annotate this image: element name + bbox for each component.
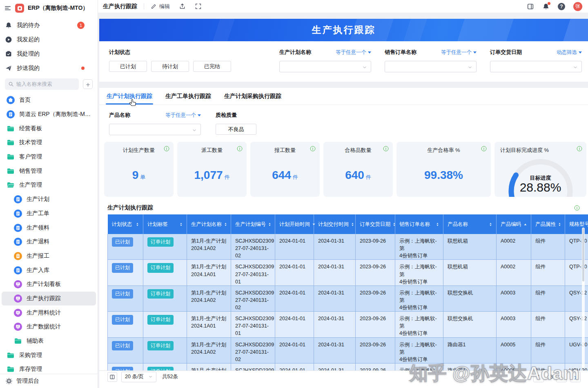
plan-status-option[interactable]: 已计划 bbox=[109, 61, 147, 72]
bell-icon[interactable] bbox=[542, 3, 550, 10]
info-icon[interactable] bbox=[481, 146, 487, 152]
sidebar-item[interactable]: 生产执行跟踪 bbox=[2, 292, 96, 306]
table-row[interactable]: 已计划订单计划第1月-生产计划 2024.1A02SCJHXSDD2309 27… bbox=[108, 337, 588, 363]
column-header[interactable]: 产品名称 bbox=[443, 214, 497, 234]
sidebar-item-admin[interactable]: 管理后台 bbox=[0, 374, 98, 388]
sort-asc-icon[interactable] bbox=[523, 222, 528, 227]
sort-icon[interactable] bbox=[350, 222, 355, 227]
table-row[interactable]: 已计划订单计划第1月-生产计划 2024.1A02SCJHXSDD2309 27… bbox=[108, 234, 588, 260]
table-scrollbar[interactable] bbox=[582, 227, 585, 368]
column-header[interactable]: 产品编码 bbox=[497, 214, 531, 234]
sort-icon[interactable] bbox=[435, 222, 440, 227]
sidebar-item[interactable]: 库存管理 bbox=[2, 362, 96, 372]
page-input[interactable] bbox=[533, 372, 544, 382]
sidebar-item[interactable]: 生产报工 bbox=[2, 249, 96, 263]
tag-badge: 订单计划 bbox=[147, 237, 174, 247]
column-header[interactable]: 生产计划名称 bbox=[187, 214, 231, 234]
operator-link[interactable]: 动态筛选 bbox=[557, 49, 582, 56]
tab-1[interactable]: 生产工单执行跟踪 bbox=[165, 88, 211, 105]
sidebar-quick-item[interactable]: 我的待办1 bbox=[0, 18, 98, 32]
table-row[interactable]: 已计划订单计划第1月-生产计划 2024.1A01SCJHXSDD2309 27… bbox=[108, 260, 588, 285]
hamburger-menu-icon[interactable] bbox=[4, 4, 11, 12]
share-icon[interactable] bbox=[179, 3, 186, 10]
doc-icon bbox=[14, 195, 22, 203]
sidebar-item[interactable]: 技术管理 bbox=[2, 136, 96, 150]
sort-icon[interactable] bbox=[488, 222, 493, 227]
operator-link[interactable]: 等于任意一个 bbox=[336, 49, 371, 56]
plan-status-option[interactable]: 待计划 bbox=[151, 61, 189, 72]
column-header[interactable]: 订单交货日期 bbox=[356, 214, 395, 234]
operator-link[interactable]: 等于任意一个 bbox=[441, 49, 477, 56]
info-icon[interactable] bbox=[310, 146, 316, 152]
avatar[interactable]: 张 bbox=[573, 2, 582, 11]
sidebar-item[interactable]: 首页 bbox=[2, 93, 96, 107]
tab-0[interactable]: 生产计划执行跟踪 bbox=[107, 88, 152, 105]
product-name-select[interactable] bbox=[109, 124, 201, 135]
prev-page-button[interactable] bbox=[556, 372, 567, 382]
search-input[interactable] bbox=[16, 81, 76, 87]
table-row[interactable]: 已计划订单计划第1月-生产计划 2024.1A01SCJHXSDD2309 27… bbox=[108, 363, 588, 370]
info-icon[interactable] bbox=[237, 146, 243, 152]
cell-deliver: 2023-09-26 bbox=[356, 337, 395, 363]
sidebar-item[interactable]: 经营看板 bbox=[2, 121, 96, 136]
sidebar-item[interactable]: 生产计划 bbox=[2, 192, 96, 207]
sort-icon[interactable] bbox=[392, 222, 396, 227]
sidebar-item[interactable]: 销售管理 bbox=[2, 164, 96, 178]
sort-icon[interactable] bbox=[557, 222, 562, 227]
plan-name-select[interactable] bbox=[279, 61, 371, 72]
info-icon[interactable] bbox=[383, 146, 389, 152]
next-page-button[interactable] bbox=[570, 372, 581, 382]
column-header[interactable]: 计划标签 bbox=[143, 214, 187, 234]
column-header[interactable]: 销售订单名称 bbox=[395, 214, 443, 234]
contacts-panel-icon[interactable] bbox=[527, 3, 534, 10]
tab-2[interactable]: 生产计划采购执行跟踪 bbox=[224, 88, 281, 105]
table-row[interactable]: 已计划订单计划第1月-生产计划 2024.1A01SCJHXSDD2309 27… bbox=[108, 312, 588, 337]
sidebar-item[interactable]: 生产管理 bbox=[2, 178, 96, 192]
sidebar-item[interactable]: 生产用料统计 bbox=[2, 305, 96, 320]
fullscreen-icon[interactable] bbox=[195, 3, 202, 10]
column-settings-button[interactable] bbox=[107, 372, 117, 382]
sidebar-quick-item[interactable]: 我发起的 bbox=[0, 32, 98, 47]
column-header[interactable]: 生产计划编号 bbox=[231, 214, 275, 234]
sidebar-item[interactable]: 生产工单 bbox=[2, 207, 96, 221]
sort-icon[interactable] bbox=[267, 222, 272, 227]
page-size-select[interactable]: 20 条/页 bbox=[121, 372, 156, 382]
app-logo-icon[interactable] bbox=[15, 4, 24, 13]
info-icon[interactable] bbox=[164, 146, 169, 152]
sidebar-item[interactable]: 生产计划看板 bbox=[2, 277, 96, 292]
edit-button[interactable]: 编辑 bbox=[151, 3, 170, 10]
stat-value: 9单 bbox=[104, 169, 174, 182]
sort-icon[interactable] bbox=[223, 222, 228, 227]
sidebar-item[interactable]: 采购管理 bbox=[2, 348, 96, 362]
column-header[interactable]: 计划状态 bbox=[108, 214, 143, 234]
help-icon[interactable]: ? bbox=[558, 3, 565, 10]
sidebar-quick-item[interactable]: 抄送我的 bbox=[0, 61, 98, 75]
column-header[interactable]: 计划交付时间 bbox=[314, 214, 356, 234]
sidebar-item[interactable]: 生产领料 bbox=[2, 221, 96, 235]
quality-option[interactable]: 不良品 bbox=[216, 124, 256, 135]
sidebar-item[interactable]: 生产数据统计 bbox=[2, 320, 96, 334]
filter-panel: 生产执行跟踪 计划状态 已计划待计划已完结 生产计划名称 等于任意一个 bbox=[99, 19, 588, 82]
sidebar-quick-item[interactable]: 我处理的 bbox=[0, 47, 98, 61]
sidebar-item[interactable]: 生产退料 bbox=[2, 235, 96, 249]
sort-icon[interactable] bbox=[135, 222, 140, 227]
order-name-select[interactable] bbox=[385, 61, 477, 72]
search-box[interactable] bbox=[5, 78, 79, 90]
cell-deliver: 2023-09-26 bbox=[356, 363, 395, 370]
info-icon[interactable] bbox=[574, 205, 580, 211]
column-header[interactable]: 产品属性 bbox=[531, 214, 565, 234]
sidebar-item[interactable]: 生产入库 bbox=[2, 263, 96, 277]
sort-desc-icon[interactable] bbox=[312, 222, 316, 227]
column-header[interactable]: 计划开始时间 bbox=[275, 214, 314, 234]
plan-status-option[interactable]: 已完结 bbox=[193, 61, 231, 72]
cell-no: SCJHXSDD2309 27-07-240131-02 bbox=[231, 285, 275, 311]
sort-icon[interactable] bbox=[179, 222, 183, 227]
sidebar-item[interactable]: 辅助表 bbox=[2, 334, 96, 348]
delivery-date-select[interactable] bbox=[490, 61, 582, 72]
sidebar-item[interactable]: 客户管理 bbox=[2, 150, 96, 164]
operator-link[interactable]: 等于任意一个 bbox=[165, 112, 201, 119]
stat-title: 计划生产数量 bbox=[104, 147, 174, 154]
sidebar-item[interactable]: 简道云 ERP（离散制造-MTO）... bbox=[2, 107, 96, 122]
add-button[interactable] bbox=[83, 79, 93, 89]
table-row[interactable]: 已计划订单计划第1月-生产计划 2024.1A02SCJHXSDD2309 27… bbox=[108, 285, 588, 311]
